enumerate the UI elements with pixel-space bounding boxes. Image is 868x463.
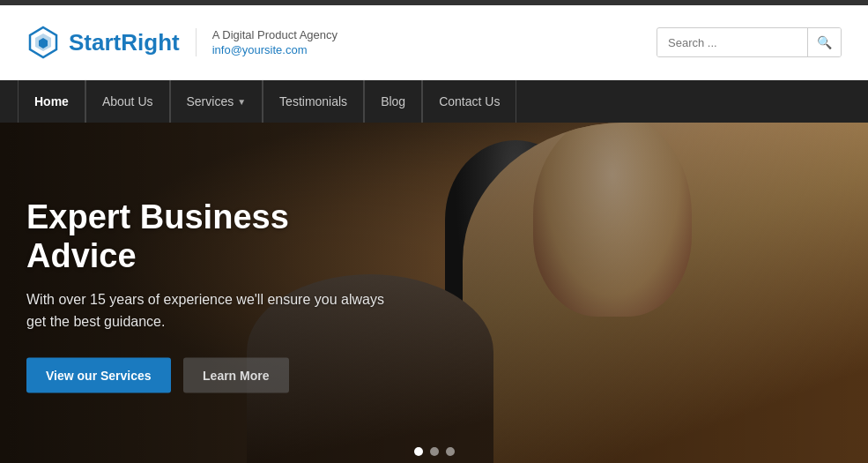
- nav-list: Home About Us Services ▼ Testimonials Bl…: [18, 80, 516, 123]
- nav-item-home: Home: [18, 80, 85, 123]
- site-header: StartRight A Digital Product Agency info…: [0, 5, 868, 80]
- dot-3[interactable]: [446, 447, 455, 456]
- chevron-down-icon: ▼: [237, 97, 246, 107]
- nav-link-blog[interactable]: Blog: [364, 80, 422, 123]
- nav-item-about: About Us: [85, 80, 170, 123]
- view-services-button[interactable]: View our Services: [26, 357, 171, 392]
- nav-link-home[interactable]: Home: [18, 80, 85, 123]
- hero-subtitle: With over 15 years of experience we'll e…: [26, 289, 397, 333]
- tagline-text: A Digital Product Agency: [212, 28, 338, 41]
- logo-icon: [26, 26, 60, 59]
- search-box: 🔍: [657, 27, 842, 57]
- learn-more-button[interactable]: Learn More: [183, 357, 288, 392]
- main-nav: Home About Us Services ▼ Testimonials Bl…: [0, 80, 868, 123]
- nav-link-contact[interactable]: Contact Us: [422, 80, 516, 123]
- hero-title: Expert Business Advice: [26, 198, 397, 275]
- email-link[interactable]: info@yoursite.com: [212, 43, 338, 56]
- logo-text: StartRight: [69, 29, 180, 56]
- hero-dots: [414, 447, 455, 456]
- header-tagline: A Digital Product Agency info@yoursite.c…: [196, 28, 338, 56]
- nav-link-about[interactable]: About Us: [85, 80, 170, 123]
- dot-2[interactable]: [430, 447, 439, 456]
- search-icon: 🔍: [817, 35, 832, 49]
- nav-item-blog: Blog: [364, 80, 422, 123]
- hero-section: Expert Business Advice With over 15 year…: [0, 123, 868, 463]
- dot-1[interactable]: [414, 447, 423, 456]
- search-button[interactable]: 🔍: [807, 28, 841, 56]
- search-input[interactable]: [657, 29, 807, 56]
- header-left: StartRight A Digital Product Agency info…: [26, 26, 338, 59]
- logo[interactable]: StartRight: [26, 26, 180, 59]
- nav-item-services: Services ▼: [170, 80, 263, 123]
- nav-item-testimonials: Testimonials: [263, 80, 364, 123]
- nav-item-contact: Contact Us: [422, 80, 516, 123]
- hero-content: Expert Business Advice With over 15 year…: [26, 198, 397, 393]
- nav-link-testimonials[interactable]: Testimonials: [263, 80, 364, 123]
- nav-link-services[interactable]: Services ▼: [170, 80, 263, 123]
